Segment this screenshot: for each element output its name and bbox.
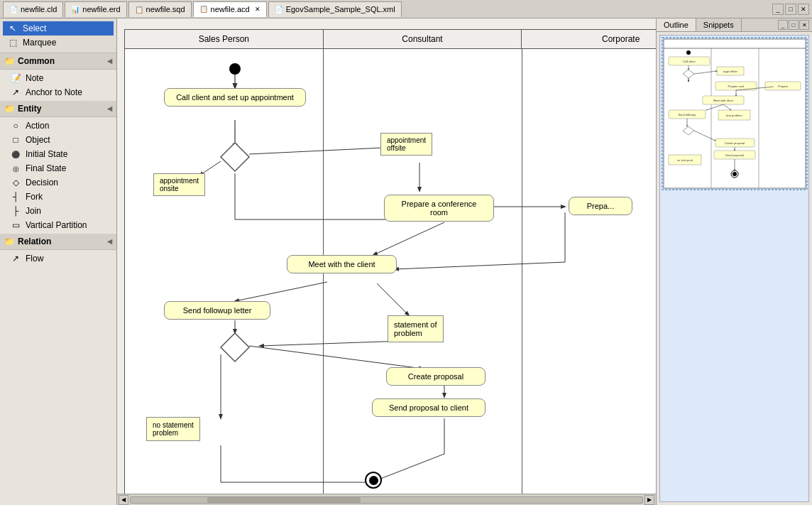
lane-header-sales: Sales Person [125, 30, 324, 48]
svg-text:stmt problem: stmt problem [725, 114, 742, 117]
fork-icon: ┤ [10, 192, 21, 202]
relation-section-header[interactable]: 📁 Relation ◀ [0, 234, 116, 250]
send-followup-shape[interactable]: Send followup letter [164, 301, 270, 320]
outline-svg: Call client appt offsite Prepare conf Pr… [660, 36, 808, 501]
decision-icon: ◇ [10, 178, 21, 188]
scroll-left-button[interactable]: ◀ [119, 495, 128, 505]
common-section-header[interactable]: 📁 Common ◀ [0, 53, 116, 70]
corporate-prepare-shape[interactable]: Prepa... [569, 197, 632, 215]
sidebar-item-object[interactable]: □ Object [0, 133, 116, 147]
tab-newfile-cld[interactable]: 📄 newfile.cld [3, 1, 63, 17]
call-client-shape[interactable]: Call client and set up appointment [164, 88, 306, 107]
tab-bar: 📄 newfile.cld 📊 newfile.erd 📋 newfile.sq… [0, 0, 812, 18]
svg-text:Prepare conf: Prepare conf [728, 85, 745, 88]
decision1-shape[interactable] [219, 141, 251, 173]
svg-text:Prepare: Prepare [778, 85, 789, 88]
appt-onsite-note[interactable]: appointmentonsite [153, 173, 205, 196]
outline-canvas[interactable]: Call client appt offsite Prepare conf Pr… [659, 35, 809, 502]
left-panel: ↖ Select ⬚ Marquee 📁 Common ◀ 📝 Note [0, 18, 117, 505]
lane-header-corporate: Corporate [522, 30, 656, 48]
svg-marker-23 [221, 143, 249, 171]
panel-maximize-button[interactable]: □ [789, 20, 799, 30]
tab-icon-cld: 📄 [9, 6, 18, 13]
svg-line-20 [377, 454, 444, 480]
lane-divider-2 [522, 49, 522, 505]
meet-client-shape[interactable]: Meet with the client [287, 255, 397, 273]
minimize-button[interactable]: _ [772, 4, 784, 15]
marquee-icon: ⬚ [7, 38, 18, 48]
diagram-svg [125, 49, 656, 505]
tab-newfile-acd[interactable]: 📋 newfile.acd ✕ [193, 1, 267, 17]
sidebar-item-anchor[interactable]: ↗ Anchor to Note [0, 85, 116, 99]
relation-items: ↗ Flow [0, 250, 116, 267]
scrollbar-track[interactable] [130, 496, 643, 504]
sidebar-item-fork[interactable]: ┤ Fork [0, 190, 116, 204]
panel-close-button[interactable]: ✕ [799, 20, 809, 30]
main-layout: ↖ Select ⬚ Marquee 📁 Common ◀ 📝 Note [0, 18, 812, 505]
flow-icon: ↗ [10, 254, 21, 264]
tab-newfile-sqd[interactable]: 📋 newfile.sqd [128, 1, 192, 17]
panel-minimize-button[interactable]: _ [778, 20, 788, 30]
entity-items: ○ Action □ Object ⚫ Initial State ◎ Fina… [0, 117, 116, 234]
sidebar-item-action[interactable]: ○ Action [0, 119, 116, 133]
svg-line-9 [373, 222, 444, 255]
common-expand-icon: ◀ [107, 58, 112, 65]
entity-section: 📁 Entity ◀ ○ Action □ Object ⚫ Initial S… [0, 101, 116, 234]
final-state-shape [365, 472, 382, 489]
svg-point-29 [686, 50, 691, 55]
no-stmt-problem-note[interactable]: no statementproblem [146, 417, 200, 441]
scroll-right-button[interactable]: ▶ [644, 495, 654, 505]
tab-newfile-erd[interactable]: 📊 newfile.erd [65, 1, 126, 17]
svg-text:no stmt prob: no stmt prob [677, 158, 693, 162]
select-tool[interactable]: ↖ Select [3, 21, 114, 36]
relation-section: 📁 Relation ◀ ↗ Flow [0, 234, 116, 267]
note-icon: 📝 [10, 73, 21, 83]
svg-line-16 [249, 346, 423, 369]
entity-section-header[interactable]: 📁 Entity ◀ [0, 101, 116, 117]
svg-line-12 [235, 282, 327, 301]
object-icon: □ [10, 135, 21, 145]
maximize-button[interactable]: □ [785, 4, 796, 15]
tab-snippets[interactable]: Snippets [696, 18, 742, 31]
sidebar-item-vartical-partition[interactable]: ▭ Vartical Partition [0, 218, 116, 232]
action-icon: ○ [10, 121, 21, 131]
horizontal-scrollbar: ◀ ▶ [117, 494, 656, 505]
decision2-shape[interactable] [219, 332, 251, 363]
right-panel: Outline Snippets _ □ ✕ [656, 18, 812, 505]
svg-text:appt offsite: appt offsite [723, 70, 737, 73]
send-proposal-shape[interactable]: Send proposal to client [372, 398, 485, 417]
canvas-area[interactable]: Sales Person Consultant Corporate [117, 18, 656, 505]
sidebar-item-initial-state[interactable]: ⚫ Initial State [0, 147, 116, 161]
sidebar-item-note[interactable]: 📝 Note [0, 71, 116, 85]
marquee-tool[interactable]: ⬚ Marquee [3, 36, 114, 50]
final-state-inner [369, 476, 378, 485]
initial-state-shape [229, 63, 241, 75]
common-folder-icon: 📁 [4, 56, 15, 66]
sidebar-item-join[interactable]: ├ Join [0, 204, 116, 218]
close-tab-icon[interactable]: ✕ [255, 6, 260, 13]
svg-text:Call client: Call client [683, 60, 696, 63]
close-button[interactable]: ✕ [798, 4, 809, 15]
relation-folder-icon: 📁 [4, 237, 15, 246]
prepare-conf-shape[interactable]: Prepare a conference room [384, 195, 494, 222]
lane-divider-1 [323, 49, 324, 505]
stmt-problem-note[interactable]: statement ofproblem [388, 315, 444, 342]
anchor-icon: ↗ [10, 87, 21, 97]
sidebar-item-final-state[interactable]: ◎ Final State [0, 161, 116, 175]
create-proposal-shape[interactable]: Create proposal [386, 367, 485, 386]
svg-point-54 [733, 172, 737, 176]
initial-state-icon: ⚫ [10, 151, 21, 158]
tab-icon-erd: 📊 [71, 6, 79, 13]
appt-offsite-note[interactable]: appointmentoffsite [380, 133, 432, 156]
final-state-icon: ◎ [10, 165, 21, 173]
tab-icon-sqd: 📋 [135, 6, 143, 13]
select-icon: ↖ [7, 23, 18, 33]
canvas-inner: Sales Person Consultant Corporate [117, 18, 656, 501]
tab-egov-xml[interactable]: 📄 EgovSample_Sample_SQL.xml [268, 1, 402, 17]
svg-marker-24 [221, 333, 249, 362]
sidebar-item-flow[interactable]: ↗ Flow [0, 251, 116, 266]
sidebar-item-decision[interactable]: ◇ Decision [0, 175, 116, 190]
tab-outline[interactable]: Outline [657, 18, 696, 31]
scrollbar-thumb[interactable] [207, 497, 361, 503]
relation-expand-icon: ◀ [107, 238, 112, 245]
